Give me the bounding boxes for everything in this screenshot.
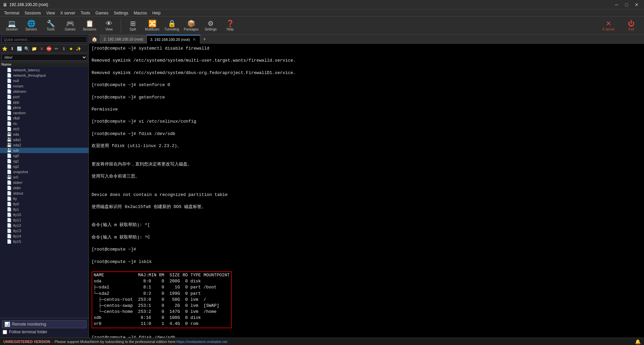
tab-1[interactable]: 2. 192.168.100.10 (root) xyxy=(100,35,147,44)
sidebar-refresh-btn[interactable]: 🔄 xyxy=(16,45,23,52)
tree-item-tty14[interactable]: 📄tty14 xyxy=(0,233,89,239)
toolbar-multiexec[interactable]: 🔀 MultiExec xyxy=(143,17,161,34)
sidebar-star-btn[interactable]: ⭐ xyxy=(1,45,8,52)
menu-terminal[interactable]: Terminal xyxy=(1,9,22,17)
sidebar-new-folder-btn[interactable]: 📁 xyxy=(31,45,38,52)
notification-icon[interactable]: 🔔 xyxy=(635,339,641,344)
toolbar-split[interactable]: ⊞ Split xyxy=(124,17,142,34)
term-line: [root@compute ~]# xyxy=(92,247,641,253)
tree-item-rtc[interactable]: 📄rtc xyxy=(0,121,89,126)
registration-link[interactable]: https://mobaxterm.mobatek.net xyxy=(176,340,227,344)
menu-tools[interactable]: Tools xyxy=(78,9,93,17)
file-icon: 📄 xyxy=(7,234,12,238)
toolbar-tunneling[interactable]: 🔒 Tunneling xyxy=(163,17,181,34)
tree-item-tty11[interactable]: 📄tty11 xyxy=(0,217,89,223)
tree-item-tty0[interactable]: 📄tty0 xyxy=(0,201,89,207)
tree-item-ppp[interactable]: 📄ppp xyxy=(0,99,89,105)
home-tab-btn[interactable]: 🏠 xyxy=(89,35,100,44)
tree-item-sda1[interactable]: 💾sda1 xyxy=(0,137,89,142)
tab-2-close[interactable]: ✕ xyxy=(192,37,197,42)
tree-item-null[interactable]: 📄null xyxy=(0,78,89,83)
tree-item-tty1[interactable]: 📄tty1 xyxy=(0,207,89,212)
tree-item-stdout[interactable]: 📄stdout xyxy=(0,191,89,196)
tab-2[interactable]: 3. 192.168.100.20 (root) ✕ xyxy=(147,35,200,44)
toolbar-multiexec-label: MultiExec xyxy=(145,27,159,31)
tree-item-nvram[interactable]: 📄nvram xyxy=(0,83,89,89)
toolbar-games[interactable]: 🎮 Games xyxy=(61,17,79,34)
sidebar-upload-btn[interactable]: ⬆ xyxy=(9,45,15,52)
tree-item-sr0[interactable]: 💾sr0 xyxy=(0,175,89,180)
toolbar-settings[interactable]: ⚙ Settings xyxy=(202,17,220,34)
sidebar-delete-btn[interactable]: ✕ xyxy=(38,45,45,52)
tree-item-tty12[interactable]: 📄tty12 xyxy=(0,223,89,228)
tree-item-stderr[interactable]: 📄stderr xyxy=(0,180,89,185)
follow-folder-label: Follow terminal folder xyxy=(9,330,47,334)
menu-settings[interactable]: Settings xyxy=(111,9,131,17)
menu-macros[interactable]: Macros xyxy=(131,9,150,17)
close-button[interactable]: ✕ xyxy=(632,1,641,8)
tree-item-oldmem[interactable]: 📄oldmem xyxy=(0,89,89,94)
tree-item-sg1[interactable]: 📄sg1 xyxy=(0,158,89,164)
maximize-button[interactable]: □ xyxy=(622,1,631,8)
tree-item-random[interactable]: 📄random xyxy=(0,110,89,116)
menu-view[interactable]: View xyxy=(44,9,58,17)
tree-item-network-throughput[interactable]: 📄network_throughput xyxy=(0,73,89,78)
sidebar-search-btn[interactable]: 🔍 xyxy=(23,45,30,52)
tree-item-ptmx[interactable]: 📄ptmx xyxy=(0,105,89,110)
file-icon: 📄 xyxy=(7,105,12,110)
toolbar-xserver[interactable]: ✕ X server xyxy=(598,17,619,34)
tree-item-tty[interactable]: 📄tty xyxy=(0,196,89,201)
tree-item-tty10[interactable]: 📄tty10 xyxy=(0,212,89,217)
path-select[interactable]: /dev/ xyxy=(1,54,87,61)
tree-item-snapshot[interactable]: 📄snapshot xyxy=(0,169,89,175)
term-line: [root@compute ~]# getenforce xyxy=(92,94,641,100)
file-icon: 📄 xyxy=(7,89,12,94)
term-line: [root@compute ~]# vi /etc/selinux/config xyxy=(92,119,641,125)
tree-item-rtc0[interactable]: 📄rtc0 xyxy=(0,126,89,132)
menu-games[interactable]: Games xyxy=(93,9,111,17)
sidebar-info-btn[interactable]: ℹ xyxy=(60,45,67,52)
toolbar-view[interactable]: 👁 View xyxy=(100,17,118,34)
menu-xserver[interactable]: X server xyxy=(58,9,78,17)
toolbar-exit[interactable]: ⏻ Exit xyxy=(621,17,641,34)
toolbar-separator xyxy=(121,19,121,32)
toolbar-tools[interactable]: 🔧 Tools xyxy=(42,17,60,34)
tree-item-tty15[interactable]: 📄tty15 xyxy=(0,239,89,244)
tree-item-stdin[interactable]: 📄stdin xyxy=(0,185,89,191)
toolbar-session[interactable]: 💻 Session xyxy=(3,17,21,34)
sidebar-stop-btn[interactable]: ⛔ xyxy=(46,45,52,52)
toolbar-servers[interactable]: 🌐 Servers xyxy=(22,17,40,34)
quick-connect-input[interactable] xyxy=(1,36,87,43)
menu-sessions[interactable]: Sessions xyxy=(22,9,44,17)
menu-help[interactable]: Help xyxy=(150,9,163,17)
term-line: 命令(输入 m 获取帮助): ^C xyxy=(92,234,641,240)
follow-folder-checkbox[interactable] xyxy=(3,330,7,334)
file-tree[interactable]: 📄network_latency 📄network_throughput 📄nu… xyxy=(0,67,89,318)
sidebar-edit-btn[interactable]: ✏ xyxy=(53,45,60,52)
file-icon: 📄 xyxy=(7,94,12,99)
sidebar-highlight-btn[interactable]: ★ xyxy=(68,45,74,52)
servers-icon: 🌐 xyxy=(27,20,36,27)
tree-item-network-latency[interactable]: 📄network_latency xyxy=(0,67,89,73)
toolbar-packages[interactable]: 📦 Packages xyxy=(182,17,200,34)
sidebar-magic-btn[interactable]: ✨ xyxy=(75,45,82,52)
toolbar-sessions2[interactable]: 📋 Sessions xyxy=(80,17,99,34)
remote-monitoring-btn[interactable]: 📊 Remote monitoring xyxy=(2,320,87,328)
tree-item-sdb[interactable]: 💾sdb xyxy=(0,148,89,153)
minimize-button[interactable]: ─ xyxy=(612,1,621,8)
tree-item-rfkill[interactable]: 📄rfkill xyxy=(0,116,89,121)
tree-item-tty13[interactable]: 📄tty13 xyxy=(0,228,89,233)
status-message: - Please support MobaXterm by subscribin… xyxy=(52,340,176,344)
tree-item-sg2[interactable]: 📄sg2 xyxy=(0,164,89,169)
tree-item-port[interactable]: 📄port xyxy=(0,94,89,99)
toolbar-help[interactable]: ❓ Help xyxy=(221,17,239,34)
tree-item-sda[interactable]: 💾sda xyxy=(0,132,89,137)
toolbar-view-label: View xyxy=(105,27,113,31)
tree-item-sg0[interactable]: 📄sg0 xyxy=(0,153,89,158)
new-tab-btn[interactable]: + xyxy=(200,35,209,44)
split-icon: ⊞ xyxy=(130,20,136,27)
terminal-output[interactable]: [root@compute ~]# systemctl disable fire… xyxy=(89,44,644,338)
sidebar-bottom: 📊 Remote monitoring Follow terminal fold… xyxy=(0,318,89,338)
tree-item-sda2[interactable]: 💾sda2 xyxy=(0,142,89,148)
menu-bar: Terminal Sessions View X server Tools Ga… xyxy=(0,9,644,17)
